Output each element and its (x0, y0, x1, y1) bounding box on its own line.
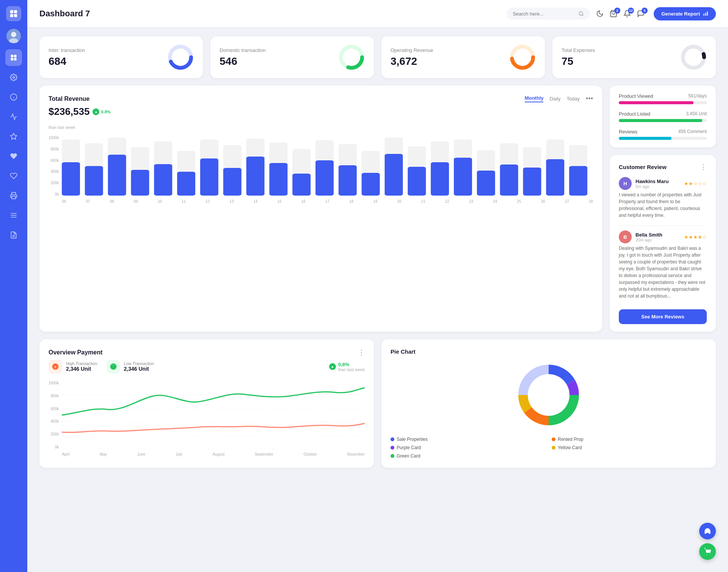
sidebar-item-settings[interactable] (5, 69, 22, 86)
legend-high-info: High Transaction 2,346 Unit (66, 361, 97, 372)
sidebar-item-info[interactable] (5, 89, 22, 105)
svg-rect-80 (546, 159, 565, 196)
revenue-header: Total Revenue Monthly Daily Today ••• (49, 95, 593, 103)
stat-value-inter: 684 (49, 55, 85, 67)
review-item-0: H Hawkins Maru 5m ago ★★☆☆☆ I viewed a n… (619, 177, 707, 219)
x-label: 10 (158, 199, 162, 204)
svg-rect-79 (523, 168, 541, 196)
sidebar-item-print[interactable] (5, 187, 22, 204)
tab-daily[interactable]: Daily (549, 96, 560, 102)
donut-inter (167, 44, 194, 71)
search-input[interactable] (513, 11, 576, 17)
svg-point-22 (579, 12, 583, 15)
svg-rect-63 (154, 164, 173, 196)
search-icon (579, 11, 584, 17)
review-avatar-1: B (619, 230, 632, 243)
pie-label-green: Green Card (397, 453, 420, 459)
revenue-more-icon[interactable]: ••• (586, 95, 593, 103)
x-label: 12 (206, 199, 210, 204)
metric-value-listed: 3,456 Unit (686, 111, 707, 117)
svg-rect-65 (200, 158, 218, 196)
review-time-0: 5m ago (635, 184, 668, 189)
generate-report-button[interactable]: Generate Report (654, 7, 716, 20)
theme-toggle[interactable] (596, 10, 604, 17)
sidebar-item-favorites[interactable] (5, 128, 22, 145)
chat-icon-btn[interactable]: 5 (637, 10, 645, 17)
search-bar[interactable] (507, 8, 590, 20)
payment-header: Overview Payment ⋮ (49, 348, 365, 357)
sidebar-item-dashboard[interactable] (5, 49, 22, 66)
review-stars-0: ★★☆☆☆ (684, 181, 707, 186)
svg-rect-68 (270, 163, 288, 196)
progress-bar-viewed (619, 101, 707, 104)
stat-label-revenue: Operating Revenue (391, 47, 433, 53)
stat-label-domestic: Domestic transaction (220, 47, 265, 53)
svg-rect-10 (14, 58, 17, 61)
sidebar-item-analytics[interactable] (5, 108, 22, 125)
revenue-badge: ▲ 0.8% (93, 108, 110, 115)
x-label: 28 (589, 199, 593, 204)
reviews-title: Customer Review (619, 164, 667, 170)
metric-label-reviews: Reviews (619, 129, 637, 135)
progress-bar-reviews (619, 137, 707, 140)
fab-support-button[interactable] (699, 523, 716, 539)
see-more-reviews-button[interactable]: See More Reviews (619, 309, 707, 324)
legend-low-info: Low Transaction 2,346 Unit (124, 361, 154, 372)
svg-rect-61 (108, 155, 126, 196)
svg-rect-3 (14, 14, 17, 17)
sidebar (0, 0, 27, 572)
progress-fill-reviews (619, 137, 672, 140)
tab-monthly[interactable]: Monthly (525, 95, 544, 102)
svg-rect-7 (11, 55, 14, 58)
svg-rect-73 (385, 154, 403, 196)
stat-card-domestic: Domestic transaction 546 (210, 36, 374, 78)
review-name-0: Hawkins Maru (635, 179, 668, 184)
tab-today[interactable]: Today (566, 96, 580, 102)
stat-label-expenses: Total Expenses (562, 47, 595, 53)
pie-legend-sale: Sale Properties (391, 437, 546, 442)
svg-rect-9 (11, 58, 14, 61)
payment-pct-info: 0,8% than last week (338, 362, 365, 372)
fab-container (699, 523, 716, 560)
stat-card-revenue: Operating Revenue 3,672 (381, 36, 545, 78)
fab-cart-button[interactable] (699, 543, 716, 560)
payment-more-icon[interactable]: ⋮ (358, 348, 365, 357)
svg-rect-26 (705, 13, 706, 16)
shop-icon-btn[interactable]: 2 (610, 10, 617, 17)
page-title: Dashboard 7 (39, 9, 507, 19)
svg-rect-81 (569, 166, 587, 196)
svg-rect-78 (500, 165, 518, 196)
moon-icon (596, 10, 604, 17)
x-label: 14 (254, 199, 258, 204)
x-label: 22 (445, 199, 449, 204)
svg-line-23 (582, 15, 584, 16)
bottom-section: Overview Payment ⋮ High Transaction 2,34… (39, 339, 716, 468)
y-label-1: 800k (49, 147, 59, 151)
metrics-card: Product Viewed 561/days Product Listed 3… (610, 86, 716, 147)
review-name-time-0: Hawkins Maru 5m ago (635, 179, 668, 189)
sidebar-item-list[interactable] (5, 207, 22, 224)
svg-rect-66 (223, 168, 242, 196)
donut-revenue (509, 44, 536, 71)
reviews-header: Customer Review ⋮ (619, 163, 707, 171)
legend-high: High Transaction 2,346 Unit (49, 360, 97, 373)
payment-pct-value: 0,8% (338, 362, 365, 367)
sidebar-item-docs[interactable] (5, 227, 22, 243)
reviews-more-icon[interactable]: ⋮ (700, 163, 707, 171)
line-chart-y-axis: 1000k800k600k400k200k0k (49, 381, 62, 449)
bell-icon-btn[interactable]: 12 (623, 10, 631, 17)
progress-fill-viewed (619, 101, 693, 104)
sidebar-item-heart-outline[interactable] (5, 168, 22, 184)
metric-product-viewed: Product Viewed 561/days (619, 93, 707, 104)
content: Inter. transaction 684 Domestic transact… (27, 27, 728, 477)
pie-dot-green (391, 454, 394, 458)
user-avatar[interactable] (6, 29, 21, 43)
review-user-0: H Hawkins Maru 5m ago ★★☆☆☆ (619, 177, 707, 190)
svg-rect-74 (408, 167, 426, 196)
svg-rect-8 (14, 55, 17, 58)
review-name-1: Bella Smith (635, 232, 662, 238)
svg-point-90 (710, 554, 711, 555)
sidebar-item-heart[interactable] (5, 148, 22, 165)
metric-value-viewed: 561/days (688, 93, 707, 99)
headphone-icon (704, 527, 711, 535)
